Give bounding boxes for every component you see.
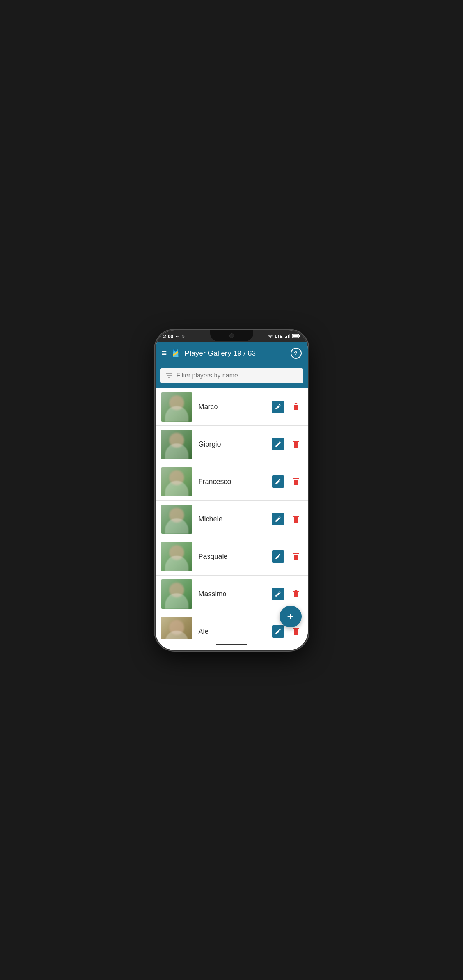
edit-player-button[interactable] <box>272 513 284 525</box>
bottom-indicator <box>156 639 308 650</box>
player-avatar <box>161 430 192 459</box>
trash-icon <box>291 514 301 524</box>
lte-label: LTE <box>275 334 283 338</box>
player-actions <box>272 625 302 638</box>
player-name: Michele <box>192 515 272 523</box>
delete-player-button[interactable] <box>290 438 302 450</box>
player-list: Marco Giorgio <box>156 388 308 639</box>
screen: 2:00 ▪▫ ☺ LTE <box>156 330 308 650</box>
battery-icon <box>292 334 300 338</box>
svg-rect-0 <box>285 337 286 338</box>
sim-icon: ▪▫ <box>176 334 179 338</box>
status-right: LTE <box>268 334 300 338</box>
search-bar <box>160 368 303 383</box>
trash-icon <box>291 439 301 449</box>
trash-icon <box>291 402 301 411</box>
body-shape <box>165 443 188 459</box>
help-button[interactable]: ? <box>291 348 302 359</box>
trash-icon <box>291 477 301 486</box>
delete-player-button[interactable] <box>290 475 302 488</box>
signal-icon <box>285 334 290 338</box>
edit-icon <box>275 478 282 485</box>
edit-player-button[interactable] <box>272 438 284 450</box>
app-bar-left: ≡ 🎽 Player Gallery 19 / 63 <box>162 349 256 358</box>
trash-icon <box>291 589 301 599</box>
face-icon: ☺ <box>181 334 185 338</box>
player-avatar <box>161 579 192 609</box>
player-actions <box>272 475 302 488</box>
player-actions <box>272 550 302 563</box>
delete-player-button[interactable] <box>290 513 302 525</box>
edit-icon <box>275 553 282 560</box>
player-avatar <box>161 617 192 639</box>
player-item: Pasquale <box>156 538 308 576</box>
body-shape <box>165 631 188 639</box>
notch <box>210 330 253 341</box>
edit-player-button[interactable] <box>272 401 284 413</box>
delete-player-button[interactable] <box>290 550 302 563</box>
shirt-icon: 🎽 <box>171 349 180 358</box>
edit-icon <box>275 441 282 448</box>
player-name: Marco <box>192 403 272 411</box>
player-name: Francesco <box>192 478 272 486</box>
body-shape <box>165 593 188 609</box>
body-shape <box>165 481 188 496</box>
player-avatar <box>161 467 192 496</box>
svg-rect-6 <box>293 335 298 338</box>
filter-icon <box>166 372 173 379</box>
search-input[interactable] <box>177 372 298 379</box>
wifi-icon <box>268 334 273 338</box>
delete-player-button[interactable] <box>290 401 302 413</box>
status-left: 2:00 ▪▫ ☺ <box>163 333 186 339</box>
hamburger-icon[interactable]: ≡ <box>162 349 167 358</box>
body-shape <box>165 518 188 534</box>
edit-icon <box>275 403 282 410</box>
edit-icon <box>275 628 282 635</box>
player-actions <box>272 513 302 525</box>
svg-rect-5 <box>299 335 300 337</box>
edit-player-button[interactable] <box>272 625 284 638</box>
app-bar: ≡ 🎽 Player Gallery 19 / 63 ? <box>156 342 308 365</box>
player-name: Pasquale <box>192 553 272 561</box>
player-item: Francesco <box>156 463 308 501</box>
player-item: Michele <box>156 501 308 538</box>
edit-icon <box>275 590 282 597</box>
fab-plus-icon: + <box>287 611 293 622</box>
player-name: Massimo <box>192 590 272 598</box>
player-avatar <box>161 392 192 422</box>
body-shape <box>165 556 188 571</box>
status-time: 2:00 <box>163 333 174 339</box>
svg-rect-2 <box>288 335 289 338</box>
app-title: Player Gallery 19 / 63 <box>184 349 256 358</box>
trash-icon <box>291 627 301 636</box>
player-actions <box>272 438 302 450</box>
player-actions <box>272 401 302 413</box>
edit-icon <box>275 516 282 523</box>
body-shape <box>165 406 188 422</box>
delete-player-button[interactable] <box>290 588 302 600</box>
player-actions <box>272 588 302 600</box>
search-container <box>156 365 308 388</box>
camera <box>229 333 234 338</box>
player-avatar <box>161 505 192 534</box>
phone-frame: 2:00 ▪▫ ☺ LTE <box>156 330 308 650</box>
svg-rect-1 <box>286 336 287 338</box>
add-player-fab[interactable]: + <box>280 606 302 627</box>
edit-player-button[interactable] <box>272 550 284 563</box>
home-indicator <box>216 644 247 645</box>
player-item: Marco <box>156 388 308 426</box>
edit-player-button[interactable] <box>272 588 284 600</box>
player-item: Giorgio <box>156 426 308 463</box>
player-name: Giorgio <box>192 440 272 448</box>
edit-player-button[interactable] <box>272 475 284 488</box>
player-name: Ale <box>192 627 272 636</box>
svg-rect-3 <box>289 334 290 338</box>
player-avatar <box>161 542 192 571</box>
trash-icon <box>291 552 301 561</box>
